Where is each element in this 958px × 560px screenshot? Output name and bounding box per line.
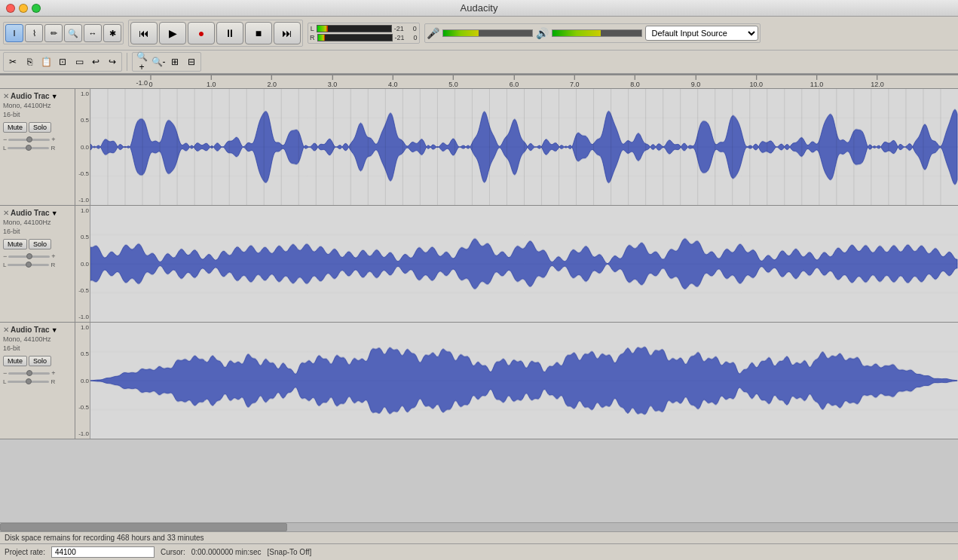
zoom-in-btn[interactable]: 🔍+: [134, 54, 149, 69]
toolbar-area: I ⌇ ✏ 🔍 ↔ ✱ ⏮ ▶ ● ⏸ ■ ⏭ L -21 0: [0, 17, 958, 75]
track-3-info: Mono, 44100Hz 16-bit: [3, 335, 72, 353]
select-tool[interactable]: I: [5, 24, 23, 42]
silence-tool[interactable]: ▭: [72, 54, 87, 69]
title-bar: Audacity: [0, 0, 958, 17]
ruler-mark-1: 1.0: [207, 75, 216, 88]
ruler-mark-2: 2.0: [267, 75, 277, 88]
meter-section: L -21 0 R -21 0: [308, 23, 420, 44]
track-2-solo[interactable]: Solo: [29, 239, 51, 249]
cut-tool[interactable]: ✂: [5, 54, 20, 69]
scrollbar-thumb[interactable]: [0, 523, 287, 531]
ruler-mark-11: 11.0: [810, 75, 824, 88]
mic-icon: 🎤: [427, 27, 439, 39]
track-3-yaxis: 1.0 0.5 0.0 -0.5 -1.0: [75, 323, 90, 439]
timeshift-tool[interactable]: ↔: [84, 24, 102, 42]
close-button[interactable]: [6, 4, 15, 13]
track-3-close[interactable]: ✕: [3, 326, 9, 334]
status-bottom: Project rate: Cursor: 0:00.000000 min:se…: [0, 543, 958, 560]
play-button[interactable]: ▶: [159, 22, 186, 44]
track-2-pan-slider[interactable]: [8, 264, 49, 266]
vu-right-value: -21: [395, 34, 412, 41]
track-2-dropdown[interactable]: ▼: [51, 210, 58, 217]
ruler-mark-8: 8.0: [630, 75, 640, 88]
track-3: ✕ Audio Trac ▼ Mono, 44100Hz 16-bit Mute…: [0, 323, 958, 439]
paste-tool[interactable]: 📋: [38, 54, 54, 69]
track-2-close[interactable]: ✕: [3, 209, 9, 217]
track-2: ✕ Audio Trac ▼ Mono, 44100Hz 16-bit Mute…: [0, 206, 958, 323]
ruler-mark-3: 3.0: [328, 75, 338, 88]
track-2-gain-slider[interactable]: [8, 256, 50, 258]
redo-tool[interactable]: ↪: [105, 54, 120, 69]
track-2-mute[interactable]: Mute: [3, 239, 27, 249]
input-source-dropdown[interactable]: Default Input Source Built-in Microphone…: [645, 26, 758, 41]
app-title: Audacity: [461, 2, 498, 14]
ruler-mark-9: 9.0: [691, 75, 701, 88]
status-disk: Disk space remains for recording 468 hou…: [0, 531, 958, 543]
zoom-fit-btn[interactable]: ⊞: [167, 54, 182, 69]
track-1-gain-slider[interactable]: [8, 139, 50, 141]
track-1-info: Mono, 44100Hz 16-bit: [3, 102, 72, 119]
input-source-select[interactable]: Default Input Source Built-in Microphone…: [645, 26, 758, 41]
track-1-dropdown[interactable]: ▼: [51, 93, 58, 100]
stop-button[interactable]: ■: [245, 22, 272, 44]
minimize-button[interactable]: [19, 4, 28, 13]
ruler-mark-12: 12.0: [871, 75, 884, 88]
envelope-tool[interactable]: ⌇: [25, 24, 43, 42]
multi-tool[interactable]: ✱: [103, 24, 121, 42]
ruler-mark-6: 6.0: [510, 75, 519, 88]
disk-space-text: Disk space remains for recording 468 hou…: [5, 534, 204, 542]
track-1-close[interactable]: ✕: [3, 92, 9, 100]
toolbar-row2: ✂ ⎘ 📋 ⊡ ▭ ↩ ↪ 🔍+ 🔍- ⊞ ⊟: [0, 50, 958, 74]
track-1-gain: − +: [3, 136, 72, 143]
zoom-tool[interactable]: 🔍: [64, 24, 82, 42]
track-1-mute[interactable]: Mute: [3, 122, 27, 133]
track-3-gain: − +: [3, 369, 72, 377]
toolbar-row1: I ⌇ ✏ 🔍 ↔ ✱ ⏮ ▶ ● ⏸ ■ ⏭ L -21 0: [0, 17, 958, 50]
ruler-mark-5: 5.0: [448, 75, 458, 88]
vu-left-value: -21: [394, 25, 411, 32]
track-3-solo[interactable]: Solo: [29, 356, 51, 366]
track-1-wave[interactable]: [90, 89, 958, 205]
cursor-label: Cursor:: [161, 548, 185, 556]
track-3-wave[interactable]: [90, 323, 958, 439]
maximize-button[interactable]: [32, 4, 41, 13]
pause-button[interactable]: ⏸: [216, 22, 243, 44]
track-1-name: Audio Trac: [11, 92, 50, 100]
skip-back-button[interactable]: ⏮: [130, 22, 158, 44]
window-controls[interactable]: [6, 4, 41, 13]
empty-area: [0, 439, 958, 522]
zoom-out-btn[interactable]: 🔍-: [151, 54, 166, 69]
record-button[interactable]: ●: [188, 22, 215, 44]
project-rate-label: Project rate:: [5, 548, 45, 556]
scrollbar-track[interactable]: [0, 523, 958, 531]
track-2-buttons: Mute Solo: [3, 239, 72, 249]
ruler-mark-7: 7.0: [570, 75, 580, 88]
track-3-name: Audio Trac: [11, 326, 50, 334]
track-3-mute[interactable]: Mute: [3, 356, 27, 366]
track-2-wave[interactable]: [90, 206, 958, 322]
track-1-solo[interactable]: Solo: [29, 122, 51, 133]
ruler-content: 0 1.0 2.0 3.0 4.0 5.0 6.0 7.0 8.0 9.0 10…: [151, 75, 958, 88]
skip-fwd-button[interactable]: ⏭: [274, 22, 301, 44]
speaker-icon: 🔊: [536, 27, 549, 39]
track-3-pan: L R: [3, 378, 72, 385]
track-3-pan-slider[interactable]: [8, 381, 49, 383]
trim-tool[interactable]: ⊡: [55, 54, 70, 69]
ruler-mark-4: 4.0: [388, 75, 398, 88]
track-1: ✕ Audio Trac ▼ Mono, 44100Hz 16-bit Mute…: [0, 89, 958, 206]
undo-tool[interactable]: ↩: [88, 54, 103, 69]
track-1-canvas: [90, 89, 958, 205]
track-3-gain-slider[interactable]: [8, 372, 50, 375]
tools-group: I ⌇ ✏ 🔍 ↔ ✱: [3, 22, 124, 44]
track-3-dropdown[interactable]: ▼: [51, 326, 58, 334]
track-3-header: ✕ Audio Trac ▼ Mono, 44100Hz 16-bit Mute…: [0, 323, 75, 439]
draw-tool[interactable]: ✏: [44, 24, 63, 42]
cursor-value: 0:00.000000 min:sec: [191, 548, 262, 556]
scrollbar-area[interactable]: [0, 522, 958, 531]
zoom-sel-btn[interactable]: ⊟: [184, 54, 199, 69]
track-1-pan-slider[interactable]: [8, 147, 49, 149]
project-rate-input[interactable]: [51, 546, 155, 558]
transport-group: ⏮ ▶ ● ⏸ ■ ⏭: [128, 20, 303, 47]
copy-tool[interactable]: ⎘: [22, 54, 37, 69]
input-section: 🎤 🔊 Default Input Source Built-in Microp…: [424, 23, 761, 43]
